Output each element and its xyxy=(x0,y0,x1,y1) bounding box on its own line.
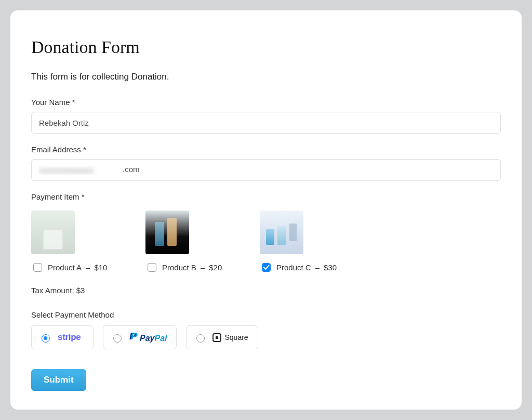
field-payment-method: Select Payment Method stripe PayPal Squa… xyxy=(31,310,501,349)
field-name: Your Name * xyxy=(31,98,501,134)
square-radio[interactable] xyxy=(196,334,205,343)
square-icon xyxy=(212,333,221,342)
paypal-radio[interactable] xyxy=(113,334,122,343)
separator: – xyxy=(201,263,205,272)
product-c-price: $30 xyxy=(324,263,337,272)
square-logo: Square xyxy=(212,333,248,342)
tax-label: Tax Amount: xyxy=(31,286,76,295)
product-c-image xyxy=(260,211,303,254)
email-label: Email Address * xyxy=(31,145,501,154)
name-input[interactable] xyxy=(31,112,501,134)
payment-method-stripe[interactable]: stripe xyxy=(31,325,94,349)
payment-item-option: Product B – $20 xyxy=(145,211,218,273)
separator: – xyxy=(86,263,90,272)
product-c-row[interactable]: Product C – $30 xyxy=(260,261,332,273)
payment-method-square[interactable]: Square xyxy=(186,325,258,349)
tax-amount: Tax Amount: $3 xyxy=(31,286,501,295)
product-a-checkbox[interactable] xyxy=(33,263,42,272)
payment-item-option: Product C – $30 xyxy=(260,211,332,273)
field-payment-item: Payment Item * Product A – $10 Product B… xyxy=(31,192,501,295)
page-title: Donation Form xyxy=(31,37,501,57)
product-c-name: Product C xyxy=(276,263,311,272)
product-a-price: $10 xyxy=(94,263,107,272)
product-b-row[interactable]: Product B – $20 xyxy=(145,261,218,273)
payment-method-label: Select Payment Method xyxy=(31,310,501,319)
tax-value: $3 xyxy=(76,286,85,295)
payment-item-option: Product A – $10 xyxy=(31,211,104,273)
separator: – xyxy=(315,263,320,272)
stripe-logo: stripe xyxy=(58,332,81,343)
form-subtitle: This form is for collecting Donation. xyxy=(31,72,501,82)
product-c-checkbox[interactable] xyxy=(262,263,271,272)
payment-method-paypal[interactable]: PayPal xyxy=(103,325,177,349)
product-a-name: Product A xyxy=(48,263,82,272)
paypal-logo: PayPal xyxy=(129,332,167,343)
product-b-price: $20 xyxy=(209,263,222,272)
square-text: Square xyxy=(224,333,248,342)
product-a-image xyxy=(31,211,75,254)
field-email: Email Address * .com xyxy=(31,145,501,181)
name-label: Your Name * xyxy=(31,98,501,107)
email-input[interactable] xyxy=(31,159,501,181)
product-a-row[interactable]: Product A – $10 xyxy=(31,261,104,273)
form-card: Donation Form This form is for collectin… xyxy=(10,10,522,410)
payment-item-label: Payment Item * xyxy=(31,192,501,201)
stripe-radio[interactable] xyxy=(42,334,50,343)
submit-button[interactable]: Submit xyxy=(31,369,86,391)
product-b-image xyxy=(145,211,189,254)
product-b-checkbox[interactable] xyxy=(148,263,156,272)
product-b-name: Product B xyxy=(162,263,196,272)
